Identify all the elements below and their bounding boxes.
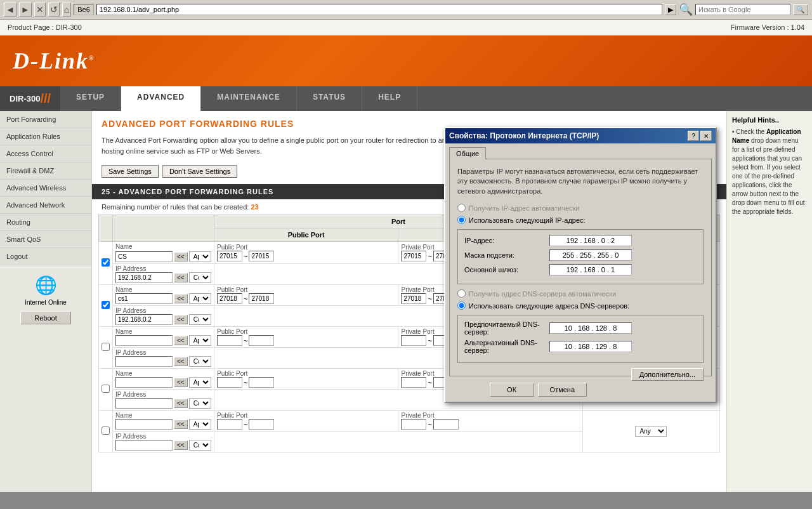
row3-public-from[interactable] <box>217 335 242 346</box>
row2-name-input[interactable] <box>115 293 173 304</box>
row5-name-input[interactable] <box>115 419 173 430</box>
dialog-close-btn[interactable]: ✕ <box>700 131 712 141</box>
row4-name-input[interactable] <box>115 377 173 388</box>
stop-button[interactable]: ✕ <box>34 3 46 17</box>
sidebar-item-logout[interactable]: Logout <box>0 248 91 265</box>
row4-public-to[interactable] <box>249 377 274 388</box>
row5-checkbox[interactable] <box>102 426 110 435</box>
row4-checkbox-cell <box>99 369 113 411</box>
home-button[interactable]: ⌂ <box>62 3 71 17</box>
sidebar-item-firewall-dmz[interactable]: Firewall & DMZ <box>0 162 91 180</box>
row5-arrow-btn[interactable]: << <box>174 420 188 429</box>
go-button[interactable]: ▶ <box>665 4 676 15</box>
row2-public-to[interactable] <box>249 293 274 304</box>
row4-arrow-btn[interactable]: << <box>174 378 188 387</box>
radio-auto-ip[interactable] <box>457 204 466 212</box>
back-button[interactable]: ◄ <box>4 3 16 17</box>
row4-app-select[interactable]: Application Name <box>189 377 211 388</box>
row1-arrow-btn[interactable]: << <box>174 252 188 261</box>
row2-ip-arrow[interactable]: << <box>174 315 188 324</box>
row2-public-from[interactable] <box>217 293 242 304</box>
row1-public-to[interactable] <box>249 251 274 261</box>
tab-setup[interactable]: SETUP <box>60 86 121 111</box>
ip-address-input[interactable] <box>549 235 632 246</box>
row5-public-port: Public Port ~ <box>214 411 398 432</box>
ip-label: IP-адрес: <box>464 237 547 244</box>
tab-maintenance[interactable]: MAINTENANCE <box>201 86 297 111</box>
row1-public-from[interactable] <box>217 251 242 261</box>
row1-name-input[interactable] <box>115 251 173 262</box>
row5-app-select[interactable]: Application Name <box>189 419 211 430</box>
dialog-titlebar: Свойства: Протокол Интернета (TCP/IP) ? … <box>445 128 716 143</box>
subnet-input[interactable] <box>549 249 632 261</box>
row3-name-input[interactable] <box>115 335 173 346</box>
row3-public-to[interactable] <box>249 335 274 346</box>
row4-ip-arrow[interactable]: << <box>174 399 188 408</box>
sidebar-item-advanced-wireless[interactable]: Advanced Wireless <box>0 180 91 197</box>
radio-manual-dns-label: Использовать следующие адреса DNS-сервер… <box>469 302 629 310</box>
refresh-button[interactable]: ↺ <box>48 3 60 17</box>
row4-public-from[interactable] <box>217 377 242 388</box>
alternate-dns-input[interactable] <box>549 341 632 352</box>
dialog-help-btn[interactable]: ? <box>688 131 699 141</box>
row1-ip-input[interactable] <box>115 272 173 283</box>
row1-app-select[interactable]: Application Name <box>189 251 211 262</box>
row1-ip-arrow[interactable]: << <box>174 273 188 282</box>
address-bar[interactable] <box>96 4 662 15</box>
gateway-input[interactable] <box>549 264 632 275</box>
dont-save-button[interactable]: Don't Save Settings <box>162 165 237 178</box>
row2-app-select[interactable]: Application Name <box>189 293 211 304</box>
search-input[interactable] <box>695 4 790 15</box>
reboot-button[interactable]: Reboot <box>20 312 71 324</box>
gateway-row: Основной шлюз: <box>464 264 697 275</box>
radio-manual-dns[interactable] <box>457 301 466 310</box>
advanced-button[interactable]: Дополнительно... <box>631 368 704 381</box>
row2-ip-input[interactable] <box>115 314 173 325</box>
row5-ip-input[interactable] <box>115 440 173 451</box>
sidebar-item-application-rules[interactable]: Application Rules <box>0 128 91 145</box>
row5-traffic-select[interactable]: Any TCP UDP <box>635 426 667 437</box>
row2-computer-select[interactable]: Computer Name <box>189 314 211 325</box>
dialog-ok-button[interactable]: ОК <box>490 383 534 397</box>
row5-private-to[interactable] <box>433 419 459 430</box>
dialog-tab-general[interactable]: Общие <box>449 147 486 159</box>
row5-ip-arrow[interactable]: << <box>174 440 188 450</box>
row5-public-to[interactable] <box>249 419 274 430</box>
radio-auto-dns[interactable] <box>457 289 466 298</box>
row3-arrow-btn[interactable]: << <box>174 336 188 345</box>
row3-app-select[interactable]: Application Name <box>189 335 211 346</box>
logo-d: D <box>13 48 30 74</box>
tab-status[interactable]: STATUS <box>297 86 362 111</box>
row4-private-from[interactable] <box>401 377 426 388</box>
sidebar-item-routing[interactable]: Routing <box>0 214 91 231</box>
row4-checkbox[interactable] <box>102 385 110 393</box>
row1-private-from[interactable] <box>401 251 426 261</box>
sidebar-item-access-control[interactable]: Access Control <box>0 145 91 162</box>
row3-ip-arrow[interactable]: << <box>174 357 188 366</box>
sidebar-item-port-forwarding[interactable]: Port Forwarding <box>0 111 91 128</box>
row3-computer-select[interactable]: Computer Name <box>189 356 211 367</box>
row2-checkbox[interactable] <box>102 301 110 309</box>
row1-computer-select[interactable]: Computer Name <box>189 272 211 283</box>
search-button[interactable]: 🔍 <box>793 4 808 15</box>
tab-advanced[interactable]: ADVANCED <box>121 86 201 111</box>
row5-computer-select[interactable]: Computer Name <box>189 440 211 451</box>
row4-ip-input[interactable] <box>115 398 173 409</box>
preferred-dns-input[interactable] <box>549 322 632 334</box>
radio-manual-ip[interactable] <box>457 216 466 224</box>
row3-ip-input[interactable] <box>115 356 173 367</box>
tab-help[interactable]: HELP <box>362 86 417 111</box>
dialog-cancel-button[interactable]: Отмена <box>538 383 587 397</box>
row3-private-from[interactable] <box>401 335 426 346</box>
row5-private-from[interactable] <box>401 419 426 430</box>
row4-computer-select[interactable]: Computer Name <box>189 398 211 409</box>
row2-arrow-btn[interactable]: << <box>174 294 188 303</box>
save-settings-button[interactable]: Save Settings <box>102 165 159 178</box>
row2-private-from[interactable] <box>401 293 426 304</box>
row1-checkbox[interactable] <box>102 258 110 267</box>
sidebar-item-smart-qos[interactable]: Smart QoS <box>0 231 91 248</box>
forward-button[interactable]: ► <box>19 3 32 17</box>
row3-checkbox[interactable] <box>102 343 110 351</box>
sidebar-item-advanced-network[interactable]: Advanced Network <box>0 197 91 214</box>
row5-public-from[interactable] <box>217 419 242 430</box>
